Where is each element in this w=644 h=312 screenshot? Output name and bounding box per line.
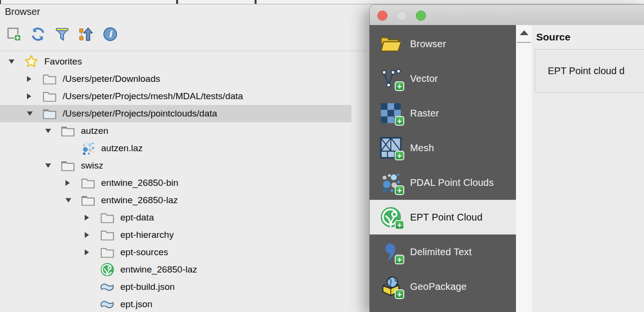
toolbar-edge-mark bbox=[176, 0, 178, 4]
minimize-button[interactable] bbox=[397, 11, 407, 21]
zoom-button[interactable] bbox=[416, 11, 426, 21]
tree-item-label: autzen.laz bbox=[101, 143, 143, 154]
raster-icon: + bbox=[379, 102, 402, 125]
tree-item[interactable]: ept-hierarchy bbox=[0, 226, 351, 244]
expand-arrow-icon[interactable] bbox=[85, 249, 89, 255]
expand-arrow-icon[interactable] bbox=[85, 232, 89, 238]
entwine-icon bbox=[100, 262, 115, 277]
point-cloud-icon bbox=[81, 141, 95, 156]
feather-icon bbox=[379, 306, 402, 312]
plus-badge-icon: + bbox=[395, 116, 404, 126]
tree-item-label: ept-sources bbox=[120, 247, 168, 258]
json-icon bbox=[100, 297, 115, 312]
tree-item[interactable]: ept-sources bbox=[0, 244, 351, 261]
dialog-body: Browser+Vector+Raster+Mesh+PDAL Point Cl… bbox=[370, 25, 644, 312]
sidebar-item-label: GeoPackage bbox=[410, 281, 467, 292]
collapse-arrow-icon[interactable] bbox=[9, 60, 14, 64]
folder-yellow-icon bbox=[379, 32, 402, 55]
scroll-up-button[interactable] bbox=[516, 28, 532, 38]
folder-open-blue-icon bbox=[42, 106, 57, 121]
folder-open-icon bbox=[81, 193, 95, 208]
plus-badge-icon: + bbox=[395, 81, 404, 91]
toolbar-edge-mark bbox=[255, 0, 257, 4]
tree-item-label: ept-data bbox=[120, 212, 154, 223]
plus-badge-icon: + bbox=[395, 185, 404, 195]
tree-item[interactable]: Favorites bbox=[0, 53, 351, 70]
tree-item[interactable]: autzen.laz bbox=[0, 140, 351, 157]
tree-item-label: ept-build.json bbox=[120, 282, 175, 292]
tree-item-label: Favorites bbox=[44, 56, 82, 67]
sidebar-item-geopackage[interactable]: +GeoPackage bbox=[370, 269, 516, 304]
folder-open-icon bbox=[61, 124, 75, 138]
dialog-titlebar[interactable] bbox=[370, 5, 644, 26]
plus-badge-icon: + bbox=[395, 289, 404, 299]
folder-open-icon bbox=[61, 158, 75, 173]
close-button[interactable] bbox=[377, 11, 387, 21]
plus-badge-icon: + bbox=[395, 151, 404, 160]
sidebar-item-vector[interactable]: +Vector bbox=[370, 61, 516, 96]
sidebar-item-pdal-point-clouds[interactable]: +PDAL Point Clouds bbox=[370, 165, 516, 200]
tree-item[interactable]: ept-build.json bbox=[0, 278, 351, 296]
sidebar-item-browser[interactable]: Browser bbox=[370, 26, 516, 61]
folder-closed-icon bbox=[42, 72, 57, 86]
tree-item-label: ept.json bbox=[120, 299, 153, 310]
tree-item-label: autzen bbox=[81, 126, 108, 136]
tree-item-label: ept-hierarchy bbox=[120, 230, 174, 240]
tree-item-label: swisz bbox=[81, 160, 103, 171]
sidebar-item-label: PDAL Point Clouds bbox=[410, 177, 494, 188]
tree-item[interactable]: entwine_26850-laz bbox=[0, 261, 351, 278]
expand-arrow-icon[interactable] bbox=[85, 215, 89, 221]
scroll-strip bbox=[516, 25, 532, 312]
tree-item-label: entwine_26850-bin bbox=[101, 178, 179, 188]
tree-item[interactable]: entwine_26850-laz bbox=[0, 192, 351, 209]
sidebar-item-label: Delimited Text bbox=[410, 247, 472, 258]
source-field-label: EPT Point cloud d bbox=[548, 65, 625, 77]
source-page: Source EPT Point cloud d bbox=[532, 25, 644, 312]
scroll-up-arrow-icon bbox=[520, 30, 528, 35]
sidebar-item-mesh[interactable]: +Mesh bbox=[370, 130, 516, 165]
star-icon bbox=[24, 54, 39, 69]
collapse-arrow-icon[interactable] bbox=[27, 112, 33, 116]
window-top-strip bbox=[0, 0, 644, 4]
folder-closed-icon bbox=[100, 245, 115, 260]
comma-icon: + bbox=[379, 240, 402, 263]
sidebar-item-label: Browser bbox=[410, 39, 446, 50]
tree-item[interactable]: ept.json bbox=[0, 296, 351, 312]
expand-arrow-icon[interactable] bbox=[65, 180, 70, 186]
folder-closed-icon bbox=[100, 228, 115, 242]
collapse-arrow-icon[interactable] bbox=[45, 164, 51, 168]
geopackage-icon: + bbox=[379, 275, 402, 298]
tree-item[interactable]: swisz bbox=[0, 157, 351, 174]
folder-closed-icon bbox=[81, 176, 95, 190]
sidebar-item-feather[interactable] bbox=[370, 304, 516, 312]
sidebar-item-label: Vector bbox=[410, 73, 438, 84]
sidebar-item-ept-point-cloud[interactable]: +EPT Point Cloud bbox=[370, 200, 516, 234]
source-type-sidebar: Browser+Vector+Raster+Mesh+PDAL Point Cl… bbox=[370, 25, 516, 312]
source-field[interactable]: EPT Point cloud d bbox=[535, 49, 644, 93]
plus-badge-icon: + bbox=[395, 220, 404, 230]
sidebar-item-raster[interactable]: +Raster bbox=[370, 96, 516, 130]
tree-item[interactable]: ept-data bbox=[0, 209, 351, 226]
expand-arrow-icon[interactable] bbox=[27, 76, 31, 82]
plus-badge-icon: + bbox=[395, 255, 404, 264]
tree-item[interactable]: /Users/peter/Projects/pointclouds/data bbox=[0, 105, 351, 122]
browser-panel: Browser i Favorites/Users/peter/Download… bbox=[0, 4, 370, 312]
collapse-arrow-icon[interactable] bbox=[45, 129, 51, 133]
sidebar-item-label: Raster bbox=[410, 108, 439, 119]
tree-item[interactable]: /Users/peter/Projects/mesh/MDAL/tests/da… bbox=[0, 88, 351, 105]
tree-item-label: entwine_26850-laz bbox=[120, 264, 197, 275]
data-source-manager-dialog: Browser+Vector+Raster+Mesh+PDAL Point Cl… bbox=[370, 5, 644, 312]
sidebar-item-delimited-text[interactable]: +Delimited Text bbox=[370, 234, 516, 269]
expand-arrow-icon[interactable] bbox=[27, 93, 31, 99]
collapse-arrow-icon[interactable] bbox=[65, 198, 71, 203]
qgis-main-window: Browser i Favorites/Users/peter/Download… bbox=[0, 0, 644, 312]
tree-item[interactable]: autzen bbox=[0, 122, 351, 140]
browser-tree: Favorites/Users/peter/Downloads/Users/pe… bbox=[0, 4, 370, 312]
point-cloud-icon: + bbox=[379, 171, 402, 194]
tree-item[interactable]: entwine_26850-bin bbox=[0, 174, 351, 192]
tree-item-label: /Users/peter/Projects/pointclouds/data bbox=[63, 108, 217, 119]
tree-item-label: entwine_26850-laz bbox=[101, 195, 178, 206]
tree-item[interactable]: /Users/peter/Downloads bbox=[0, 70, 351, 88]
folder-closed-icon bbox=[100, 210, 115, 225]
json-icon bbox=[100, 280, 115, 294]
